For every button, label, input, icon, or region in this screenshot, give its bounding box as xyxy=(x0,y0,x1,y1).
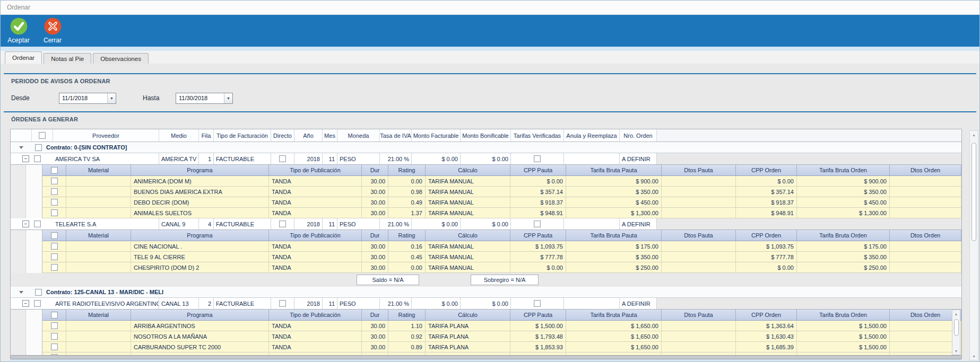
tarifas-verificadas-checkbox[interactable] xyxy=(534,300,541,307)
group-row-contrato-125[interactable]: Contrato: 125-CANAL 13 - MAR/DIC - MELI xyxy=(11,287,961,298)
detail-header-calculo[interactable]: Cálculo xyxy=(426,165,510,176)
hasta-date-picker[interactable]: 11/30/2018 ▼ xyxy=(176,93,233,104)
detail-vertical-scrollbar[interactable]: ▲ ▼ xyxy=(952,310,960,355)
provider-row-telearte[interactable]: − TELEARTE S.A CANAL 9 4 FACTURABLE 2018… xyxy=(11,218,961,230)
row-checkbox[interactable] xyxy=(51,178,58,184)
detail-header-rating[interactable]: Rating xyxy=(388,310,426,321)
detail-row[interactable]: CINE NACIONAL . TANDA 30.00 0.16 TARIFA … xyxy=(11,241,961,252)
row-checkbox[interactable] xyxy=(51,243,58,250)
provider-checkbox[interactable] xyxy=(34,300,41,307)
header-monto-facturable[interactable]: Monto Facturable xyxy=(412,129,461,142)
header-medio[interactable]: Medio xyxy=(159,129,199,142)
cerrar-button[interactable]: Cerrar xyxy=(39,17,66,44)
detail-header-rating[interactable]: Rating xyxy=(388,165,426,176)
chevron-down-icon[interactable]: ▼ xyxy=(224,93,232,103)
scroll-up-icon[interactable]: ▲ xyxy=(952,310,960,317)
row-checkbox[interactable] xyxy=(51,199,58,206)
scroll-up-icon[interactable]: ▲ xyxy=(970,131,978,138)
detail-header-rating[interactable]: Rating xyxy=(388,230,426,241)
detail-header-dtos-orden[interactable]: Dtos Orden xyxy=(890,165,961,176)
detail-header-tarifa-bruta-orden[interactable]: Tarifa Bruta Orden xyxy=(797,230,890,241)
row-checkbox[interactable] xyxy=(51,264,58,271)
header-monto-bonificable[interactable]: Monto Bonificable xyxy=(461,129,511,142)
detail-header-tarifa-bruta-pauta[interactable]: Tarifa Bruta Pauta xyxy=(566,165,662,176)
grid-scrollbar-thumb[interactable] xyxy=(972,143,976,241)
detail-header-cpp-pauta[interactable]: CPP Pauta xyxy=(510,310,566,321)
desde-date-picker[interactable]: 11/1/2018 ▼ xyxy=(59,93,116,104)
provider-row-america-tv[interactable]: − AMERICA TV SA AMERICA TV 1 FACTURABLE … xyxy=(11,153,961,165)
detail-header-material[interactable]: Material xyxy=(66,230,131,241)
group-collapse-icon[interactable] xyxy=(19,291,23,294)
detail-row[interactable]: DEBO DECIR (DOM) TANDA 30.00 0.49 TARIFA… xyxy=(11,197,961,208)
detail-header-dur[interactable]: Dur xyxy=(362,165,388,176)
header-directo[interactable]: Directo xyxy=(271,129,294,142)
tab-notas-al-pie[interactable]: Notas al Pie xyxy=(44,53,91,64)
aceptar-button[interactable]: Aceptar xyxy=(5,17,32,44)
collapse-minus-icon[interactable]: − xyxy=(22,220,29,227)
header-mes[interactable]: Mes xyxy=(323,129,337,142)
detail-header-cpp-orden[interactable]: CPP Orden xyxy=(736,165,797,176)
detail-header-cpp-orden[interactable]: CPP Orden xyxy=(736,230,797,241)
header-moneda[interactable]: Moneda xyxy=(337,129,380,142)
header-proveedor[interactable]: Proveedor xyxy=(53,129,159,142)
scroll-down-icon[interactable]: ▼ xyxy=(970,352,978,360)
detail-header-dtos-orden[interactable]: Dtos Orden xyxy=(890,230,961,241)
group-checkbox[interactable] xyxy=(35,289,42,296)
detail-header-tarifa-bruta-orden[interactable]: Tarifa Bruta Orden xyxy=(797,165,890,176)
directo-checkbox[interactable] xyxy=(279,155,286,162)
directo-checkbox[interactable] xyxy=(279,300,286,307)
detail-header-cpp-orden[interactable]: CPP Orden xyxy=(736,310,797,321)
detail-row[interactable]: CHESPIRITO (DOM D) 2 TANDA 30.00 0.00 TA… xyxy=(11,262,961,273)
detail-header-dur[interactable]: Dur xyxy=(362,310,388,321)
detail-row[interactable]: ARRIBA ARGENTINOS TANDA 30.00 1.10 TARIF… xyxy=(11,321,961,331)
detail-header-calculo[interactable]: Cálculo xyxy=(426,310,510,321)
detail-header-material[interactable]: Material xyxy=(66,165,131,176)
detail-row[interactable]: EL TRECE 2 (M) TANDA 30.00 1.02 TARIFA P… xyxy=(11,352,961,355)
detail-select-all-checkbox[interactable] xyxy=(51,167,58,174)
detail-row[interactable]: ANIMALES SUELTOS TANDA 30.00 1.37 TARIFA… xyxy=(11,208,961,218)
detail-row[interactable]: CARBURANDO SUPER TC 2000 TANDA 30.00 0.8… xyxy=(11,342,961,352)
header-tasa-iva[interactable]: Tasa de IVA xyxy=(380,129,412,142)
tab-observaciones[interactable]: Observaciones xyxy=(93,53,149,64)
detail-scrollbar-thumb[interactable] xyxy=(954,319,959,336)
detail-header-tipo-publicacion[interactable]: Tipo de Publicación xyxy=(269,310,362,321)
detail-select-all-checkbox[interactable] xyxy=(51,232,58,239)
scroll-down-icon[interactable]: ▼ xyxy=(952,347,960,355)
row-checkbox[interactable] xyxy=(51,209,58,216)
horizontal-scrollbar[interactable] xyxy=(10,355,962,359)
provider-row-arte[interactable]: − ARTE RADIOTELEVISIVO ARGENTINO S.A. CA… xyxy=(11,298,961,310)
header-tipo-facturacion[interactable]: Tipo de Facturación xyxy=(214,129,271,142)
detail-header-dtos-orden[interactable]: Dtos Orden xyxy=(890,310,961,321)
detail-header-tipo-publicacion[interactable]: Tipo de Publicación xyxy=(269,165,362,176)
detail-row[interactable]: BUENOS DIAS AMERICA EXTRA TANDA 30.00 0.… xyxy=(11,187,961,197)
row-checkbox[interactable] xyxy=(51,333,58,340)
detail-header-tarifa-bruta-orden[interactable]: Tarifa Bruta Orden xyxy=(797,310,890,321)
detail-header-cpp-pauta[interactable]: CPP Pauta xyxy=(510,230,566,241)
row-checkbox[interactable] xyxy=(51,253,58,260)
header-tarifas-verificadas[interactable]: Tarifas Verificadas xyxy=(511,129,564,142)
row-checkbox[interactable] xyxy=(51,343,58,350)
detail-header-programa[interactable]: Programa xyxy=(131,230,269,241)
collapse-minus-icon[interactable]: − xyxy=(22,300,29,307)
tab-ordenar[interactable]: Ordenar xyxy=(5,51,42,64)
detail-header-programa[interactable]: Programa xyxy=(131,310,269,321)
chevron-down-icon[interactable]: ▼ xyxy=(107,93,116,103)
group-row-contrato-0[interactable]: Contrato: 0-[SIN CONTRATO] xyxy=(11,142,961,153)
group-checkbox[interactable] xyxy=(35,144,42,151)
group-collapse-icon[interactable] xyxy=(19,146,23,149)
provider-checkbox[interactable] xyxy=(34,155,41,162)
detail-row[interactable]: NOSOTROS A LA MAÑANA TANDA 30.00 0.92 TA… xyxy=(11,331,961,342)
header-nro-orden[interactable]: Nro. Orden xyxy=(620,129,657,142)
detail-header-programa[interactable]: Programa xyxy=(131,165,269,176)
detail-header-material[interactable]: Material xyxy=(66,310,131,321)
directo-checkbox[interactable] xyxy=(279,220,286,227)
detail-header-dtos-pauta[interactable]: Dtos Pauta xyxy=(662,230,736,241)
row-checkbox[interactable] xyxy=(51,322,58,329)
header-fila[interactable]: Fila xyxy=(199,129,214,142)
detail-header-dtos-pauta[interactable]: Dtos Pauta xyxy=(662,310,736,321)
detail-header-tipo-publicacion[interactable]: Tipo de Publicación xyxy=(269,230,362,241)
header-anula-reemplaza[interactable]: Anula y Reemplaza xyxy=(564,129,620,142)
detail-header-calculo[interactable]: Cálculo xyxy=(426,230,510,241)
detail-header-cpp-pauta[interactable]: CPP Pauta xyxy=(510,165,566,176)
tarifas-verificadas-checkbox[interactable] xyxy=(534,220,541,227)
